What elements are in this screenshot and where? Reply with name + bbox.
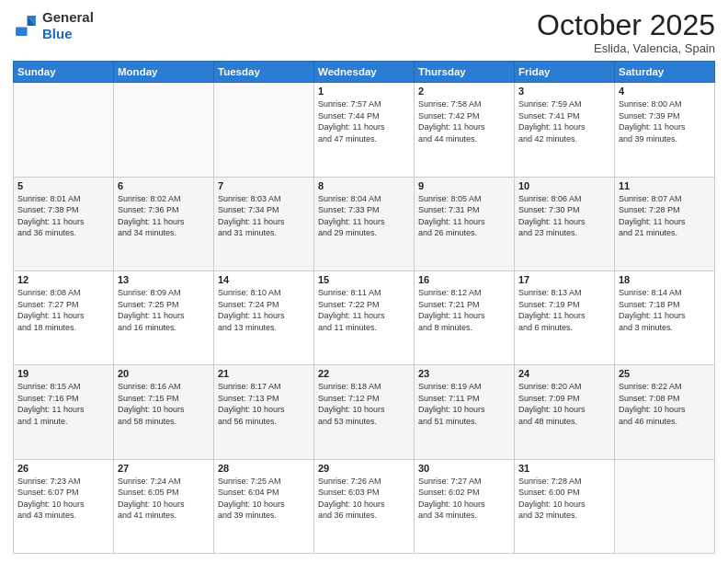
day-number: 27 (118, 463, 210, 474)
day-number: 4 (619, 86, 711, 97)
calendar-cell: 17Sunrise: 8:13 AM Sunset: 7:19 PM Dayli… (515, 270, 615, 364)
calendar-cell: 19Sunrise: 8:15 AM Sunset: 7:16 PM Dayli… (14, 365, 114, 459)
calendar-cell: 4Sunrise: 8:00 AM Sunset: 7:39 PM Daylig… (615, 83, 715, 177)
calendar-cell: 12Sunrise: 8:08 AM Sunset: 7:27 PM Dayli… (14, 270, 114, 364)
logo: General Blue (13, 9, 94, 42)
title-block: October 2025 Eslida, Valencia, Spain (537, 9, 715, 55)
calendar-cell: 16Sunrise: 8:12 AM Sunset: 7:21 PM Dayli… (415, 270, 515, 364)
weekday-header-monday: Monday (114, 62, 214, 83)
day-info: Sunrise: 8:18 AM Sunset: 7:12 PM Dayligh… (318, 381, 410, 427)
logo-general: General (42, 9, 94, 25)
calendar-cell: 3Sunrise: 7:59 AM Sunset: 7:41 PM Daylig… (515, 83, 615, 177)
day-number: 19 (17, 368, 109, 379)
calendar-cell: 24Sunrise: 8:20 AM Sunset: 7:09 PM Dayli… (515, 365, 615, 459)
calendar-cell: 7Sunrise: 8:03 AM Sunset: 7:34 PM Daylig… (214, 177, 314, 270)
day-info: Sunrise: 8:13 AM Sunset: 7:19 PM Dayligh… (518, 287, 610, 333)
day-info: Sunrise: 8:14 AM Sunset: 7:18 PM Dayligh… (619, 287, 711, 333)
day-number: 3 (518, 86, 610, 97)
day-number: 10 (518, 180, 610, 191)
day-info: Sunrise: 8:00 AM Sunset: 7:39 PM Dayligh… (619, 98, 711, 144)
calendar-cell: 2Sunrise: 7:58 AM Sunset: 7:42 PM Daylig… (415, 83, 515, 177)
calendar-cell (214, 83, 314, 177)
day-number: 31 (518, 463, 610, 474)
week-row-0: 1Sunrise: 7:57 AM Sunset: 7:44 PM Daylig… (14, 83, 715, 177)
weekday-header-row: SundayMondayTuesdayWednesdayThursdayFrid… (14, 62, 715, 83)
calendar-cell: 23Sunrise: 8:19 AM Sunset: 7:11 PM Dayli… (415, 365, 515, 459)
location: Eslida, Valencia, Spain (537, 41, 715, 55)
day-number: 22 (318, 368, 410, 379)
calendar-cell (14, 83, 114, 177)
day-info: Sunrise: 8:09 AM Sunset: 7:25 PM Dayligh… (118, 287, 210, 333)
calendar-cell: 22Sunrise: 8:18 AM Sunset: 7:12 PM Dayli… (314, 365, 415, 459)
calendar-cell: 27Sunrise: 7:24 AM Sunset: 6:05 PM Dayli… (114, 459, 214, 553)
day-info: Sunrise: 8:02 AM Sunset: 7:36 PM Dayligh… (118, 193, 210, 239)
weekday-header-tuesday: Tuesday (214, 62, 314, 83)
day-number: 23 (418, 368, 510, 379)
day-info: Sunrise: 8:05 AM Sunset: 7:31 PM Dayligh… (418, 193, 510, 239)
day-number: 15 (318, 274, 410, 285)
day-info: Sunrise: 8:07 AM Sunset: 7:28 PM Dayligh… (619, 193, 711, 239)
day-number: 17 (518, 274, 610, 285)
calendar-cell (615, 459, 715, 553)
calendar-cell: 14Sunrise: 8:10 AM Sunset: 7:24 PM Dayli… (214, 270, 314, 364)
calendar-cell: 1Sunrise: 7:57 AM Sunset: 7:44 PM Daylig… (314, 83, 415, 177)
logo-icon (13, 13, 39, 39)
day-info: Sunrise: 8:10 AM Sunset: 7:24 PM Dayligh… (218, 287, 310, 333)
week-row-4: 26Sunrise: 7:23 AM Sunset: 6:07 PM Dayli… (14, 459, 715, 553)
day-number: 1 (318, 86, 410, 97)
day-info: Sunrise: 7:59 AM Sunset: 7:41 PM Dayligh… (518, 98, 610, 144)
day-info: Sunrise: 8:08 AM Sunset: 7:27 PM Dayligh… (17, 287, 109, 333)
weekday-header-friday: Friday (515, 62, 615, 83)
svg-rect-2 (16, 28, 27, 36)
calendar-cell: 5Sunrise: 8:01 AM Sunset: 7:38 PM Daylig… (14, 177, 114, 270)
logo-text: General Blue (42, 9, 94, 42)
day-number: 26 (17, 463, 109, 474)
calendar-cell: 13Sunrise: 8:09 AM Sunset: 7:25 PM Dayli… (114, 270, 214, 364)
weekday-header-thursday: Thursday (415, 62, 515, 83)
calendar-cell: 30Sunrise: 7:27 AM Sunset: 6:02 PM Dayli… (415, 459, 515, 553)
day-number: 24 (518, 368, 610, 379)
calendar-cell: 18Sunrise: 8:14 AM Sunset: 7:18 PM Dayli… (615, 270, 715, 364)
week-row-3: 19Sunrise: 8:15 AM Sunset: 7:16 PM Dayli… (14, 365, 715, 459)
day-info: Sunrise: 8:12 AM Sunset: 7:21 PM Dayligh… (418, 287, 510, 333)
calendar-cell: 29Sunrise: 7:26 AM Sunset: 6:03 PM Dayli… (314, 459, 415, 553)
day-number: 5 (17, 180, 109, 191)
day-info: Sunrise: 8:11 AM Sunset: 7:22 PM Dayligh… (318, 287, 410, 333)
day-number: 8 (318, 180, 410, 191)
day-number: 29 (318, 463, 410, 474)
day-info: Sunrise: 7:24 AM Sunset: 6:05 PM Dayligh… (118, 476, 210, 522)
calendar-cell: 25Sunrise: 8:22 AM Sunset: 7:08 PM Dayli… (615, 365, 715, 459)
calendar-cell: 20Sunrise: 8:16 AM Sunset: 7:15 PM Dayli… (114, 365, 214, 459)
calendar-cell: 6Sunrise: 8:02 AM Sunset: 7:36 PM Daylig… (114, 177, 214, 270)
day-number: 21 (218, 368, 310, 379)
day-info: Sunrise: 7:57 AM Sunset: 7:44 PM Dayligh… (318, 98, 410, 144)
day-info: Sunrise: 7:26 AM Sunset: 6:03 PM Dayligh… (318, 476, 410, 522)
day-number: 2 (418, 86, 510, 97)
day-info: Sunrise: 8:04 AM Sunset: 7:33 PM Dayligh… (318, 193, 410, 239)
day-number: 13 (118, 274, 210, 285)
header: General Blue October 2025 Eslida, Valenc… (13, 9, 715, 55)
day-number: 11 (619, 180, 711, 191)
calendar-cell: 11Sunrise: 8:07 AM Sunset: 7:28 PM Dayli… (615, 177, 715, 270)
day-info: Sunrise: 7:28 AM Sunset: 6:00 PM Dayligh… (518, 476, 610, 522)
calendar-cell: 8Sunrise: 8:04 AM Sunset: 7:33 PM Daylig… (314, 177, 415, 270)
calendar-cell (114, 83, 214, 177)
day-number: 6 (118, 180, 210, 191)
day-number: 30 (418, 463, 510, 474)
day-info: Sunrise: 8:01 AM Sunset: 7:38 PM Dayligh… (17, 193, 109, 239)
day-number: 12 (17, 274, 109, 285)
day-info: Sunrise: 7:58 AM Sunset: 7:42 PM Dayligh… (418, 98, 510, 144)
calendar-cell: 10Sunrise: 8:06 AM Sunset: 7:30 PM Dayli… (515, 177, 615, 270)
day-info: Sunrise: 8:15 AM Sunset: 7:16 PM Dayligh… (17, 381, 109, 427)
calendar-cell: 26Sunrise: 7:23 AM Sunset: 6:07 PM Dayli… (14, 459, 114, 553)
calendar-cell: 15Sunrise: 8:11 AM Sunset: 7:22 PM Dayli… (314, 270, 415, 364)
day-number: 14 (218, 274, 310, 285)
week-row-1: 5Sunrise: 8:01 AM Sunset: 7:38 PM Daylig… (14, 177, 715, 270)
day-info: Sunrise: 8:06 AM Sunset: 7:30 PM Dayligh… (518, 193, 610, 239)
day-info: Sunrise: 7:27 AM Sunset: 6:02 PM Dayligh… (418, 476, 510, 522)
day-info: Sunrise: 8:19 AM Sunset: 7:11 PM Dayligh… (418, 381, 510, 427)
day-number: 7 (218, 180, 310, 191)
day-info: Sunrise: 8:16 AM Sunset: 7:15 PM Dayligh… (118, 381, 210, 427)
day-number: 20 (118, 368, 210, 379)
weekday-header-saturday: Saturday (615, 62, 715, 83)
